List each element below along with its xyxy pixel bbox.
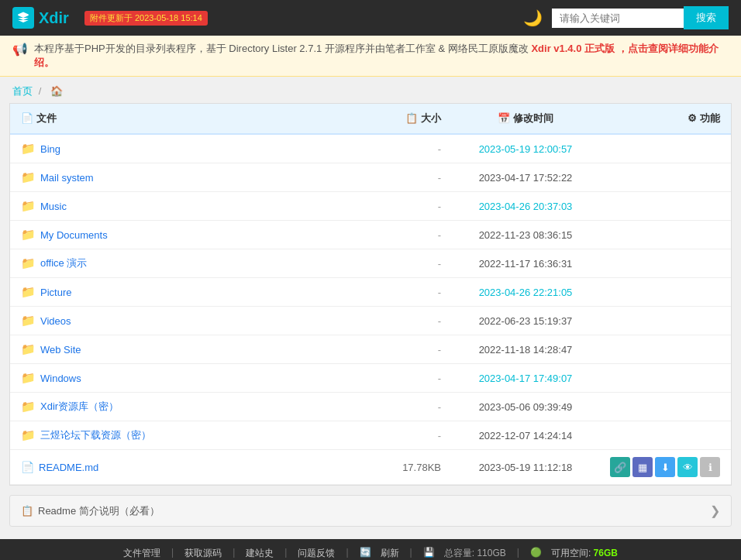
file-link[interactable]: Videos (40, 315, 71, 327)
table-row: 📁Bing-2023-05-19 12:00:57 (10, 134, 731, 163)
logo[interactable]: Xdir (12, 7, 69, 29)
table-row: 📁Picture-2023-04-26 22:21:05 (10, 278, 731, 307)
copy-link-button[interactable]: 🔗 (610, 457, 630, 477)
file-link[interactable]: 三煜论坛下载资源（密） (40, 428, 151, 442)
file-name-cell: 📁Bing (10, 134, 367, 163)
file-size-value: - (438, 315, 441, 327)
table-header-row: 📄 文件 📋 大小 📅 修改时间 ⚙ 功能 (10, 104, 731, 134)
folder-icon: 📁 (21, 285, 36, 299)
file-date-cell: 2023-05-06 09:39:49 (452, 393, 599, 421)
file-name-cell: 📁Picture (10, 278, 367, 307)
readme-label: Readme 简介说明（必看） (38, 504, 160, 518)
file-size-cell: 17.78KB (367, 450, 452, 485)
breadcrumb-separator: / (39, 85, 44, 97)
file-action-cell (599, 421, 731, 450)
file-date-cell: 2022-06-23 15:19:37 (452, 307, 599, 335)
file-link[interactable]: office 演示 (40, 256, 87, 270)
file-action-cell (599, 163, 731, 192)
notice-text: 本程序基于PHP开发的目录列表程序，基于 Directory Lister 2.… (34, 42, 729, 70)
file-tbody: 📁Bing-2023-05-19 12:00:57📁Mail system-20… (10, 134, 731, 485)
file-size-cell: - (367, 421, 452, 450)
file-date-value[interactable]: 2023-04-26 20:37:03 (479, 201, 573, 212)
file-link[interactable]: README.md (39, 462, 98, 473)
file-size-value: - (438, 430, 441, 441)
file-link[interactable]: Windows (40, 373, 81, 384)
search-input[interactable] (552, 9, 684, 28)
file-action-cell (599, 393, 731, 421)
file-action-cell (599, 307, 731, 335)
file-date-cell: 2023-04-17 17:52:22 (452, 163, 599, 192)
footer-link-feedback[interactable]: 问题反馈 (298, 547, 335, 560)
footer-link-file-manage[interactable]: 文件管理 (123, 547, 160, 560)
breadcrumb: 首页 / 🏠 (0, 77, 741, 103)
file-action-cell (599, 134, 731, 163)
file-size-value: - (438, 344, 441, 356)
file-list-container: 📄 文件 📋 大小 📅 修改时间 ⚙ 功能 📁Bing-2023-05-19 1… (9, 103, 732, 486)
col-header-name: 📄 文件 (10, 104, 367, 134)
table-row: 📁Mail system-2023-04-17 17:52:22 (10, 163, 731, 192)
logo-icon (12, 7, 34, 29)
file-link[interactable]: Xdir资源库（密） (40, 400, 119, 414)
qr-button[interactable]: ▦ (632, 457, 653, 477)
file-date-value[interactable]: 2023-04-17 17:49:07 (479, 373, 573, 384)
file-icon-header: 📄 (21, 112, 33, 124)
file-link[interactable]: Music (40, 201, 67, 212)
footer-link-source[interactable]: 获取源码 (184, 547, 222, 560)
file-table: 📄 文件 📋 大小 📅 修改时间 ⚙ 功能 📁Bing-2023-05-19 1… (10, 104, 731, 485)
date-icon-header: 📅 (498, 112, 510, 124)
file-action-cell: 🔗▦⬇👁ℹ (599, 450, 731, 485)
file-link[interactable]: Mail system (40, 172, 94, 184)
footer-link-refresh[interactable]: 刷新 (381, 547, 399, 560)
breadcrumb-folder-icon: 🏠 (50, 85, 63, 97)
file-date-value: 2023-04-17 17:52:22 (479, 172, 573, 184)
table-row: 📁Music-2023-04-26 20:37:03 (10, 192, 731, 221)
gear-icon-header: ⚙ (688, 112, 697, 124)
folder-icon: 📁 (21, 371, 36, 385)
file-size-value: - (438, 201, 441, 212)
file-date-value: 2022-11-18 14:28:47 (479, 344, 573, 356)
file-action-cell (599, 221, 731, 249)
file-date-value: 2022-12-07 14:24:14 (479, 430, 573, 441)
update-badge: 附件更新于 2023-05-18 15:14 (84, 11, 208, 26)
refresh-icon: 🔄 (360, 547, 371, 560)
table-row: 📁My Documents-2022-11-23 08:36:15 (10, 221, 731, 249)
file-date-cell: 2022-11-18 14:28:47 (452, 335, 599, 364)
file-size-value: - (438, 229, 441, 241)
info-button[interactable]: ℹ (700, 457, 720, 477)
breadcrumb-home[interactable]: 首页 (12, 85, 33, 97)
file-name-cell: 📁Web Site (10, 335, 367, 364)
file-action-cell (599, 278, 731, 307)
file-link[interactable]: Bing (40, 143, 60, 155)
folder-icon: 📁 (21, 228, 36, 242)
preview-button[interactable]: 👁 (677, 457, 698, 477)
download-button[interactable]: ⬇ (655, 457, 675, 477)
file-date-cell: 2023-04-26 22:21:05 (452, 278, 599, 307)
readme-expand-button[interactable]: ❯ (710, 503, 720, 518)
footer-link-history[interactable]: 建站史 (246, 547, 274, 560)
search-button[interactable]: 搜索 (684, 6, 729, 29)
version-status[interactable]: 正式版 (584, 43, 615, 54)
file-icon: 📄 (21, 461, 34, 473)
footer-links: 文件管理 | 获取源码 | 建站史 | 问题反馈 | 🔄 刷新 | 💾 总容量:… (0, 547, 741, 560)
file-date-value[interactable]: 2023-05-19 12:00:57 (479, 143, 573, 155)
file-name-cell: 📁三煜论坛下载资源（密） (10, 421, 367, 450)
table-row: 📁Xdir资源库（密）-2023-05-06 09:39:49 (10, 393, 731, 421)
file-action-cell (599, 335, 731, 364)
file-link[interactable]: My Documents (40, 229, 108, 241)
file-size-value: - (438, 143, 441, 155)
file-date-cell: 2022-11-17 16:36:31 (452, 249, 599, 278)
file-link[interactable]: Web Site (40, 344, 81, 356)
footer-avail-value: 76GB (594, 548, 618, 558)
file-size-cell: - (367, 134, 452, 163)
readme-bar: 📋 Readme 简介说明（必看） ❯ (9, 495, 732, 527)
file-date-cell: 2023-04-26 20:37:03 (452, 192, 599, 221)
dark-mode-toggle[interactable]: 🌙 (523, 9, 543, 27)
file-date-value: 2022-11-23 08:36:15 (479, 229, 573, 241)
file-action-cell (599, 249, 731, 278)
file-date-cell: 2022-12-07 14:24:14 (452, 421, 599, 450)
file-link[interactable]: Picture (40, 287, 71, 298)
notice-icon: 📢 (12, 42, 28, 57)
readme-icon: 📋 (21, 505, 33, 517)
file-date-value[interactable]: 2023-04-26 22:21:05 (479, 287, 573, 298)
file-size-value: - (438, 287, 441, 298)
